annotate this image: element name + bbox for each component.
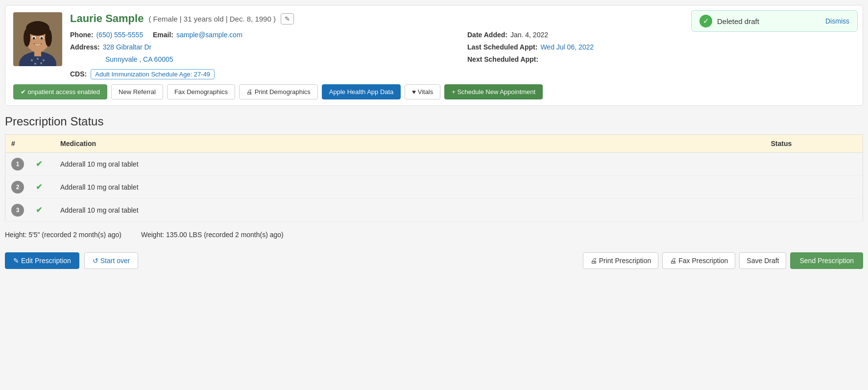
svg-point-5 [24, 29, 30, 47]
check-icon: ✔ [36, 206, 42, 214]
patient-card: Laurie Sample ( Female | 31 years old | … [5, 5, 863, 106]
bottom-buttons-row: ✎ Edit Prescription ↺ Start over 🖨 Print… [5, 248, 863, 269]
table-row: 1 ✔ Adderall 10 mg oral tablet [5, 152, 863, 175]
edit-prescription-button[interactable]: ✎ Edit Prescription [5, 252, 79, 269]
action-buttons-row: ✔ onpatient access enabled New Referral … [13, 84, 855, 99]
svg-point-9 [33, 37, 35, 40]
height-stat: Height: 5'5" (recorded 2 month(s) ago) [5, 231, 121, 239]
row-status-cell [765, 152, 863, 175]
check-icon: ✔ [36, 183, 42, 191]
row-check-cell: ✔ [30, 198, 54, 221]
row-medication-cell: Adderall 10 mg oral tablet [54, 175, 765, 198]
cds-label: CDS: [70, 70, 87, 78]
edit-patient-button[interactable]: ✎ [281, 13, 294, 24]
notification-banner: ✓ Deleted draft Dismiss [691, 10, 858, 32]
email-value: sample@sample.com [176, 29, 242, 41]
dismiss-button[interactable]: Dismiss [825, 17, 849, 25]
email-label: Email: [153, 29, 173, 41]
apple-health-button[interactable]: Apple Health App Data [322, 84, 401, 99]
save-draft-button[interactable]: Save Draft [739, 252, 786, 269]
last-appt-value: Wed Jul 06, 2022 [540, 41, 594, 53]
row-check-cell: ✔ [30, 175, 54, 198]
row-num-cell: 2 [5, 175, 30, 198]
svg-point-12 [37, 58, 39, 60]
svg-point-6 [45, 29, 52, 47]
date-added-label: Date Added: [467, 29, 507, 41]
col-header-check [30, 134, 54, 152]
svg-point-10 [41, 37, 43, 40]
notification-text: Deleted draft [717, 17, 820, 25]
svg-point-14 [34, 63, 36, 65]
stats-row: Height: 5'5" (recorded 2 month(s) ago) W… [5, 231, 863, 239]
fax-demographics-button[interactable]: Fax Demographics [167, 84, 235, 99]
col-header-status: Status [765, 134, 863, 152]
row-medication-cell: Adderall 10 mg oral tablet [54, 152, 765, 175]
row-number: 1 [11, 158, 24, 171]
next-appt-label: Next Scheduled Appt: [467, 53, 538, 66]
patient-meta: ( Female | 31 years old | Dec. 8, 1990 ) [148, 15, 276, 23]
table-row: 2 ✔ Adderall 10 mg oral tablet [5, 175, 863, 198]
date-added-value: Jan. 4, 2022 [510, 29, 548, 41]
prescription-section: Prescription Status # Medication Status … [5, 115, 863, 269]
avatar [13, 12, 62, 66]
row-status-cell [765, 198, 863, 221]
prescription-section-title: Prescription Status [5, 115, 863, 128]
address-line1: 328 Gibraltar Dr [103, 41, 152, 53]
fax-prescription-button[interactable]: 🖨 Fax Prescription [662, 252, 735, 269]
phone-value: (650) 555-5555 [96, 29, 143, 41]
row-check-cell: ✔ [30, 152, 54, 175]
row-medication-cell: Adderall 10 mg oral tablet [54, 198, 765, 221]
last-appt-label: Last Scheduled Appt: [467, 41, 537, 53]
cds-badge: Adult Immunization Schedule Age: 27-49 [91, 69, 215, 79]
vitals-button[interactable]: ♥ Vitals [405, 84, 440, 99]
svg-point-15 [40, 62, 42, 64]
new-referral-button[interactable]: New Referral [111, 84, 163, 99]
row-num-cell: 1 [5, 152, 30, 175]
send-prescription-button[interactable]: Send Prescription [790, 252, 863, 269]
table-row: 3 ✔ Adderall 10 mg oral tablet [5, 198, 863, 221]
row-number: 3 [11, 204, 24, 217]
print-demographics-button[interactable]: 🖨 Print Demographics [239, 84, 318, 99]
svg-point-13 [43, 59, 45, 61]
col-header-medication: Medication [54, 134, 765, 152]
row-num-cell: 3 [5, 198, 30, 221]
row-number: 2 [11, 181, 24, 194]
schedule-appointment-button[interactable]: + Schedule New Appointment [444, 84, 543, 99]
col-header-num: # [5, 134, 30, 152]
address-label: Address: [70, 41, 100, 53]
patient-name: Laurie Sample [70, 12, 144, 25]
onpatient-button[interactable]: ✔ onpatient access enabled [13, 84, 107, 99]
row-status-cell [765, 175, 863, 198]
start-over-button[interactable]: ↺ Start over [84, 252, 139, 269]
success-icon: ✓ [699, 15, 712, 27]
phone-label: Phone: [70, 29, 93, 41]
address-line2: Sunnyvale , CA 60005 [105, 53, 173, 66]
svg-point-11 [31, 59, 33, 61]
weight-stat: Weight: 135.00 LBS (recorded 2 month(s) … [141, 231, 284, 239]
print-prescription-button[interactable]: 🖨 Print Prescription [583, 252, 658, 269]
check-icon: ✔ [36, 160, 42, 168]
prescription-table: # Medication Status 1 ✔ Adderall 10 mg o… [5, 134, 863, 222]
